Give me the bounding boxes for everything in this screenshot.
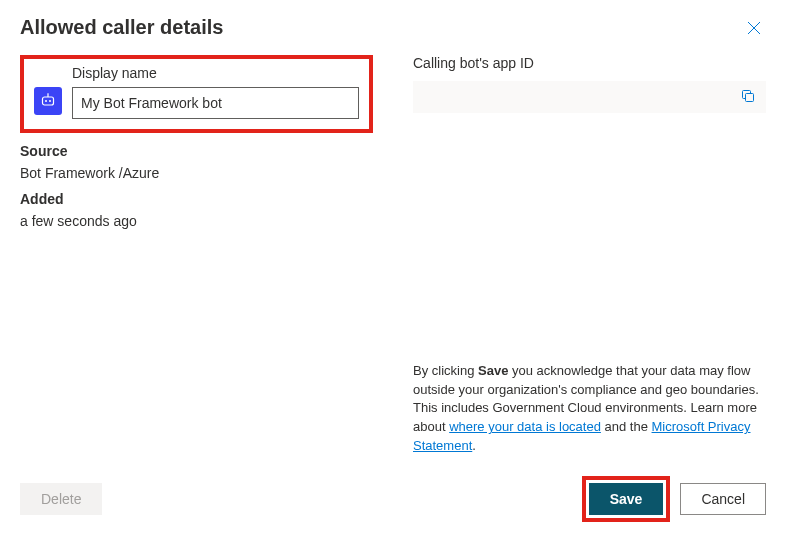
left-column: Display name Source Bot Framework /Azure… — [20, 55, 373, 456]
source-label: Source — [20, 143, 373, 159]
added-value: a few seconds ago — [20, 213, 373, 229]
app-id-label: Calling bot's app ID — [413, 55, 766, 71]
display-name-row: Display name — [34, 65, 359, 119]
right-column: Calling bot's app ID By clicking Save yo… — [413, 55, 766, 456]
svg-point-3 — [45, 100, 47, 102]
panel-content: Display name Source Bot Framework /Azure… — [20, 55, 766, 456]
data-location-link[interactable]: where your data is located — [449, 419, 601, 434]
delete-button[interactable]: Delete — [20, 483, 102, 515]
spacer — [413, 113, 766, 362]
close-icon — [746, 20, 762, 36]
panel-header: Allowed caller details — [20, 16, 766, 43]
cancel-button[interactable]: Cancel — [680, 483, 766, 515]
display-name-field: Display name — [72, 65, 359, 119]
allowed-caller-panel: Allowed caller details — [0, 0, 786, 538]
legal-period: . — [472, 438, 476, 453]
added-label: Added — [20, 191, 373, 207]
svg-rect-2 — [43, 97, 54, 105]
bot-icon-wrap — [34, 87, 62, 115]
footer-right-group: Save Cancel — [582, 476, 766, 522]
svg-rect-7 — [746, 93, 754, 101]
legal-prefix: By clicking — [413, 363, 478, 378]
save-button[interactable]: Save — [589, 483, 664, 515]
display-name-highlight: Display name — [20, 55, 373, 133]
panel-footer: Delete Save Cancel — [20, 476, 766, 522]
save-highlight: Save — [582, 476, 671, 522]
close-button[interactable] — [742, 16, 766, 43]
app-id-box — [413, 81, 766, 113]
copy-icon — [740, 88, 756, 104]
bot-icon — [39, 92, 57, 110]
display-name-input[interactable] — [72, 87, 359, 119]
copy-app-id-button[interactable] — [738, 86, 758, 109]
source-value: Bot Framework /Azure — [20, 165, 373, 181]
svg-point-4 — [49, 100, 51, 102]
display-name-label: Display name — [72, 65, 359, 81]
panel-title: Allowed caller details — [20, 16, 223, 39]
legal-and: and the — [601, 419, 652, 434]
legal-save-word: Save — [478, 363, 508, 378]
legal-text: By clicking Save you acknowledge that yo… — [413, 362, 766, 456]
svg-point-6 — [47, 93, 49, 95]
